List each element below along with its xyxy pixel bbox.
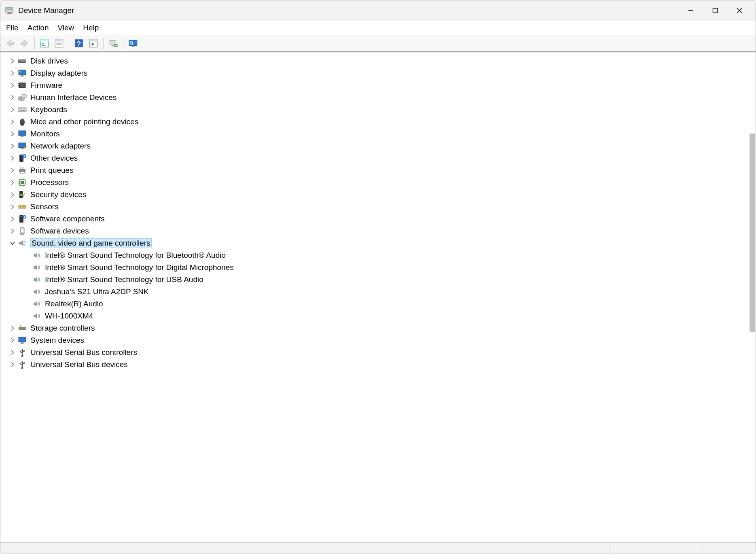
tree-category[interactable]: Security devices: [8, 189, 756, 201]
tree-category[interactable]: Firmware: [8, 79, 756, 91]
tree-category[interactable]: Print queues: [8, 164, 756, 176]
tree-category-label: Universal Serial Bus devices: [30, 360, 128, 369]
tree-category[interactable]: Display adapters: [8, 67, 756, 79]
scrollbar-thumb[interactable]: [750, 134, 755, 332]
expand-chevron-icon[interactable]: [8, 178, 17, 187]
security-icon: [17, 190, 27, 200]
svg-rect-3: [7, 8, 9, 10]
svg-rect-44: [25, 83, 26, 84]
svg-point-104: [20, 351, 21, 352]
tree-category-label: Security devices: [30, 190, 86, 199]
close-button[interactable]: [727, 0, 752, 21]
tree-category[interactable]: Storage controllers: [8, 322, 756, 334]
tree-category-label: Display adapters: [30, 69, 88, 78]
expand-chevron-icon[interactable]: [8, 69, 17, 77]
tree-device-label: Intel® Smart Sound Technology for Blueto…: [45, 251, 226, 260]
expand-chevron-icon[interactable]: [8, 81, 17, 89]
svg-rect-62: [20, 137, 24, 137]
tree-category[interactable]: Disk drives: [8, 55, 756, 67]
tree-category[interactable]: Mice and other pointing devices: [8, 116, 756, 128]
tree-category-label: Monitors: [30, 129, 60, 138]
titlebar[interactable]: Device Manager: [0, 0, 756, 21]
expand-chevron-icon[interactable]: [8, 361, 17, 369]
show-hide-console-button[interactable]: [38, 37, 51, 50]
help-button[interactable]: ?: [72, 37, 85, 50]
tree-device[interactable]: WH-1000XM4: [32, 310, 756, 322]
menu-file[interactable]: File: [6, 23, 19, 32]
tree-device[interactable]: Intel® Smart Sound Technology for Digita…: [32, 261, 756, 274]
usb-icon: [17, 360, 27, 369]
expand-chevron-icon[interactable]: [8, 203, 17, 211]
svg-text:?: ?: [23, 155, 25, 158]
tree-category[interactable]: System devices: [8, 334, 756, 346]
expand-chevron-icon[interactable]: [8, 191, 17, 199]
add-legacy-hardware-button[interactable]: [107, 37, 120, 50]
tree-category[interactable]: ?Other devices: [8, 152, 756, 164]
svg-rect-63: [19, 143, 26, 148]
device-tree[interactable]: Disk drivesDisplay adaptersFirmwareHuman…: [0, 53, 756, 542]
expand-chevron-icon[interactable]: [8, 239, 17, 247]
menu-help[interactable]: Help: [83, 23, 99, 32]
tree-viewport: Disk drivesDisplay adaptersFirmwareHuman…: [0, 52, 756, 542]
expand-chevron-icon[interactable]: [8, 227, 17, 235]
svg-rect-1: [8, 13, 11, 13]
expand-chevron-icon[interactable]: [8, 348, 17, 357]
status-cell: [703, 543, 756, 554]
menu-view[interactable]: View: [57, 23, 74, 32]
tree-category[interactable]: Human Interface Devices: [8, 91, 756, 104]
back-button[interactable]: [4, 37, 17, 50]
svg-point-49: [20, 98, 21, 99]
svg-rect-6: [713, 8, 718, 13]
svg-rect-12: [42, 45, 46, 46]
expand-chevron-icon[interactable]: [8, 93, 17, 102]
svg-rect-2: [7, 13, 12, 14]
minimize-button[interactable]: [679, 0, 703, 21]
expand-chevron-icon[interactable]: [8, 324, 17, 332]
svg-rect-51: [18, 108, 26, 112]
scan-hardware-button[interactable]: [87, 37, 100, 50]
maximize-button[interactable]: [703, 0, 727, 21]
svg-rect-11: [42, 43, 44, 44]
expand-chevron-icon[interactable]: [8, 106, 17, 114]
expand-chevron-icon[interactable]: [8, 336, 17, 344]
expand-chevron-icon[interactable]: [8, 154, 17, 162]
tree-category[interactable]: Software devices: [8, 225, 756, 237]
tree-category-label: Firmware: [30, 81, 62, 90]
properties-button[interactable]: [53, 37, 66, 50]
monitor-icon: [17, 129, 27, 139]
svg-rect-14: [55, 39, 63, 41]
expand-chevron-icon[interactable]: [8, 118, 17, 126]
menu-action[interactable]: Action: [28, 23, 49, 32]
tree-category[interactable]: Sound, video and game controllers: [8, 237, 756, 249]
tree-category[interactable]: Universal Serial Bus controllers: [8, 346, 756, 359]
tree-category[interactable]: Software components: [8, 213, 756, 225]
disk-icon: [17, 56, 27, 66]
devices-by-connection-button[interactable]: [127, 37, 140, 50]
tree-device[interactable]: Realtek(R) Audio: [32, 298, 756, 310]
expand-chevron-icon[interactable]: [8, 142, 17, 150]
svg-rect-57: [20, 110, 25, 111]
expand-chevron-icon[interactable]: [8, 130, 17, 138]
forward-button[interactable]: [18, 37, 31, 50]
firmware-icon: [17, 81, 27, 90]
tree-device[interactable]: Joshua's S21 Ultra A2DP SNK: [32, 286, 756, 298]
tree-category-label: Disk drives: [30, 57, 68, 66]
tree-category[interactable]: Universal Serial Bus devices: [8, 359, 756, 371]
other-icon: ?: [17, 153, 27, 163]
tree-category-label: Software components: [30, 214, 105, 223]
tree-device[interactable]: Intel® Smart Sound Technology for USB Au…: [32, 274, 756, 286]
tree-category[interactable]: Keyboards: [8, 104, 756, 116]
expand-chevron-icon[interactable]: [8, 215, 17, 223]
display-icon: [17, 68, 27, 78]
tree-category[interactable]: Sensors: [8, 201, 756, 213]
expand-chevron-icon[interactable]: [8, 166, 17, 174]
tree-device[interactable]: Intel® Smart Sound Technology for Blueto…: [32, 249, 756, 261]
tree-category[interactable]: Monitors: [8, 128, 756, 140]
svg-rect-29: [132, 46, 135, 47]
tree-category[interactable]: Processors: [8, 176, 756, 189]
svg-point-34: [25, 61, 25, 62]
expand-chevron-icon[interactable]: [8, 57, 17, 65]
tree-category[interactable]: Network adapters: [8, 140, 756, 152]
svg-rect-10: [40, 39, 49, 41]
svg-rect-112: [24, 363, 25, 364]
